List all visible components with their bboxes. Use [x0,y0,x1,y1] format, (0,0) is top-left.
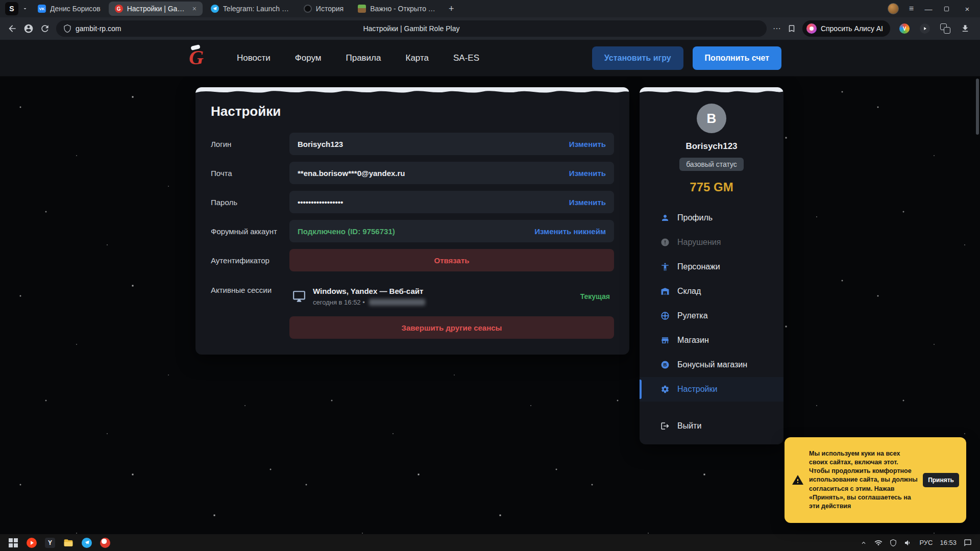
email-value: **ena.borisow***0@yandex.ru [298,169,405,178]
sidebar-item-settings[interactable]: Настройки [640,377,783,402]
settings-row-email: Почта **ena.borisow***0@yandex.ru Измени… [211,162,614,184]
more-icon[interactable]: ··· [773,24,781,33]
install-game-button[interactable]: Установить игру [592,46,683,70]
telegram-favicon-icon [211,5,219,13]
roulette-icon [660,311,670,321]
ask-alice-button[interactable]: Спросить Алису AI [802,20,890,37]
profile-circle-icon[interactable] [23,23,34,34]
sidebar-item-violations[interactable]: Нарушения [640,230,783,255]
shop-icon [660,335,670,345]
change-nickname-link[interactable]: Изменить никнейм [534,227,606,236]
tab-close-icon[interactable]: × [192,5,197,13]
change-password-link[interactable]: Изменить [569,198,606,207]
extension-collections-icon[interactable] [940,23,950,34]
url-text: gambit-rp.com [76,24,121,33]
forum-field: Подключено (ID: 9756731) Изменить никней… [289,220,614,242]
nav-rules[interactable]: Правила [346,53,381,63]
nav-news[interactable]: Новости [237,53,271,63]
start-button[interactable] [4,534,22,551]
gambit-favicon-icon: G [115,5,123,13]
session-device: Windows, Yandex — Веб-сайт [313,287,573,295]
extension-v-icon[interactable]: V [899,23,910,34]
sessions-label: Активные сессии [211,286,289,294]
nav-map[interactable]: Карта [405,53,429,63]
taskbar-app-y[interactable]: Y [41,534,59,551]
notification-center-icon[interactable] [964,539,972,547]
change-login-link[interactable]: Изменить [569,140,606,148]
topup-button[interactable]: Пополнить счет [693,46,781,70]
unlink-authenticator-button[interactable]: Отвязать [289,249,614,271]
tab-telegram[interactable]: Telegram: Launch @gsecu [205,2,296,16]
new-tab-button[interactable]: + [445,2,458,15]
tab-history[interactable]: История [298,2,350,16]
forum-label: Форумный аккаунт [211,227,289,236]
vk-favicon-icon: VK [38,5,46,13]
downloads-icon[interactable] [961,24,970,33]
sidebar-item-bonus-shop[interactable]: B Бонусный магазин [640,353,783,377]
clock[interactable]: 16:53 [940,539,957,546]
profile-card: B Borisych123 базовый статус 775 GM Проф… [640,87,783,444]
sidebar-item-profile[interactable]: Профиль [640,206,783,230]
window-minimize-button[interactable]: — [924,5,933,13]
extension-play-icon[interactable] [920,23,930,34]
shield-icon [63,24,71,33]
login-value: Borisych123 [298,140,343,148]
language-indicator[interactable]: РУС [919,539,933,546]
tray-chevron-up-icon[interactable] [860,539,867,546]
cookie-consent-popup: Мы используем куки на всех своих сайтах,… [785,437,966,523]
authenticator-label: Аутентификатор [211,256,289,265]
change-email-link[interactable]: Изменить [569,169,606,178]
nav-sa-es[interactable]: SA-ES [453,53,479,63]
back-icon[interactable] [7,23,17,34]
logout-icon [660,421,670,431]
taskbar-telegram[interactable] [78,534,96,551]
sidebar-menu: Профиль Нарушения Персонажи [640,206,783,438]
window-close-button[interactable]: × [963,5,972,13]
tab-chevron-down-icon[interactable] [20,6,30,12]
taskbar-file-explorer[interactable] [59,534,78,551]
window-maximize-button[interactable] [943,6,952,12]
status-badge: базовый статус [679,158,744,171]
current-session-badge: Текущая [580,292,610,300]
tab-vk[interactable]: VK Денис Борисов [32,2,107,16]
wifi-icon[interactable] [874,539,883,547]
taskbar-app-red[interactable] [96,534,114,551]
settings-row-sessions: Активные сессии Windows, Yandex — Веб-са… [211,286,614,339]
balance: 775 GM [640,180,783,194]
sidebar-item-characters[interactable]: Персонажи [640,255,783,279]
taskbar-yandex-browser[interactable] [22,534,41,551]
session-item: Windows, Yandex — Веб-сайт сегодня в 16:… [289,286,614,309]
tray-shield-icon[interactable] [890,539,897,546]
bookmark-icon[interactable] [787,24,796,33]
sidebar-item-shop[interactable]: Магазин [640,328,783,353]
cookie-text: Мы используем куки на всех своих сайтах,… [809,449,918,511]
avatar: B [697,104,726,133]
site-header: G Новости Форум Правила Карта SA-ES Уста… [0,40,980,77]
tab-gambit-active[interactable]: G Настройки | Gambit R × [109,2,203,16]
snow-cap [195,87,629,95]
email-label: Почта [211,169,289,178]
nav-forum[interactable]: Форум [295,53,322,63]
password-label: Пароль [211,198,289,207]
email-field: **ena.borisow***0@yandex.ru Изменить [289,162,614,184]
page-scrollbar[interactable] [976,79,979,135]
browser-menu-icon[interactable]: ≡ [909,5,914,13]
sidebar-item-logout[interactable]: Выйти [640,414,783,438]
forum-status: Подключено (ID: 9756731) [298,227,395,236]
password-value: ••••••••••••••••• [298,198,343,207]
browser-avatar[interactable] [888,3,899,14]
site-logo[interactable]: G [189,45,213,71]
tab-game[interactable]: Важно - Открыто - СТАРТ [352,2,443,16]
settings-card: Настройки Логин Borisych123 Изменить Поч… [195,87,629,355]
cookie-accept-button[interactable]: Принять [923,473,959,487]
password-field: ••••••••••••••••• Изменить [289,191,614,213]
page-title: Настройки | Gambit Role Play [56,24,767,33]
terminate-sessions-button[interactable]: Завершить другие сеансы [289,316,614,339]
sidebar-item-roulette[interactable]: Рулетка [640,304,783,328]
violations-icon [660,237,670,247]
volume-icon[interactable] [904,539,912,547]
url-bar[interactable]: gambit-rp.com Настройки | Gambit Role Pl… [56,20,767,37]
pinned-tab[interactable]: S [5,2,18,15]
sidebar-item-warehouse[interactable]: Склад [640,279,783,304]
refresh-icon[interactable] [40,23,50,34]
